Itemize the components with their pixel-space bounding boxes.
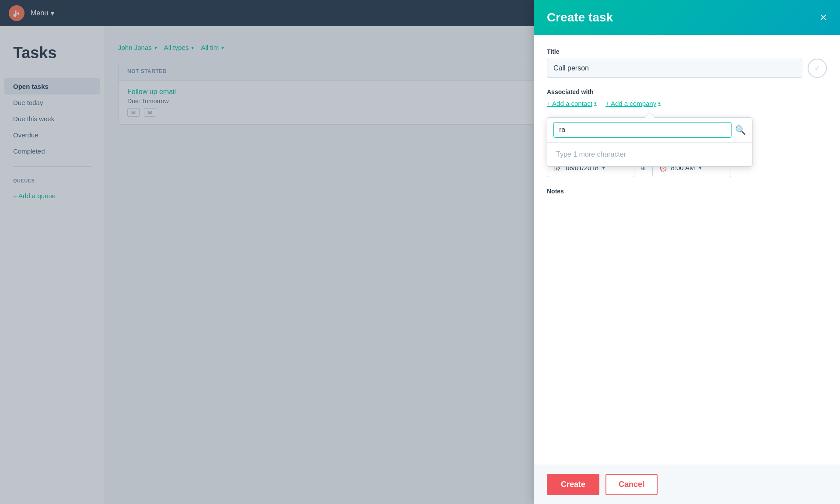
modal-overlay: Create task × Title ✓ Associated with + …	[0, 0, 840, 504]
modal-header: Create task ×	[534, 0, 840, 35]
cancel-button[interactable]: Cancel	[606, 474, 658, 495]
create-task-modal: Create task × Title ✓ Associated with + …	[534, 0, 840, 504]
check-icon: ✓	[814, 63, 821, 73]
add-contact-chevron-icon: ▾	[594, 101, 597, 106]
close-button[interactable]: ×	[820, 11, 827, 24]
contact-search-input[interactable]	[553, 122, 732, 138]
check-button[interactable]: ✓	[808, 59, 827, 78]
modal-body: Title ✓ Associated with + Add a contact …	[534, 35, 840, 465]
search-icon: 🔍	[735, 125, 746, 135]
modal-title: Create task	[547, 10, 613, 24]
search-popup: 🔍 Type 1 more character	[547, 117, 752, 167]
add-contact-label: + Add a contact	[547, 100, 592, 107]
add-company-button[interactable]: + Add a company ▾	[606, 100, 661, 107]
notes-label: Notes	[547, 188, 827, 195]
association-row: + Add a contact ▾ + Add a company ▾ 🔍	[547, 100, 827, 107]
search-hint: Type 1 more character	[547, 143, 752, 166]
title-row: ✓	[547, 59, 827, 78]
add-company-chevron-icon: ▾	[658, 101, 661, 106]
add-company-label: + Add a company	[606, 100, 656, 107]
title-input[interactable]	[547, 59, 802, 78]
add-contact-button[interactable]: + Add a contact ▾	[547, 100, 597, 107]
search-input-row: 🔍	[547, 118, 752, 143]
associated-with-label: Associated with	[547, 88, 827, 95]
search-button[interactable]: 🔍	[735, 125, 746, 135]
create-button[interactable]: Create	[547, 474, 599, 495]
modal-footer: Create Cancel	[534, 465, 840, 504]
title-field-label: Title	[547, 48, 827, 55]
